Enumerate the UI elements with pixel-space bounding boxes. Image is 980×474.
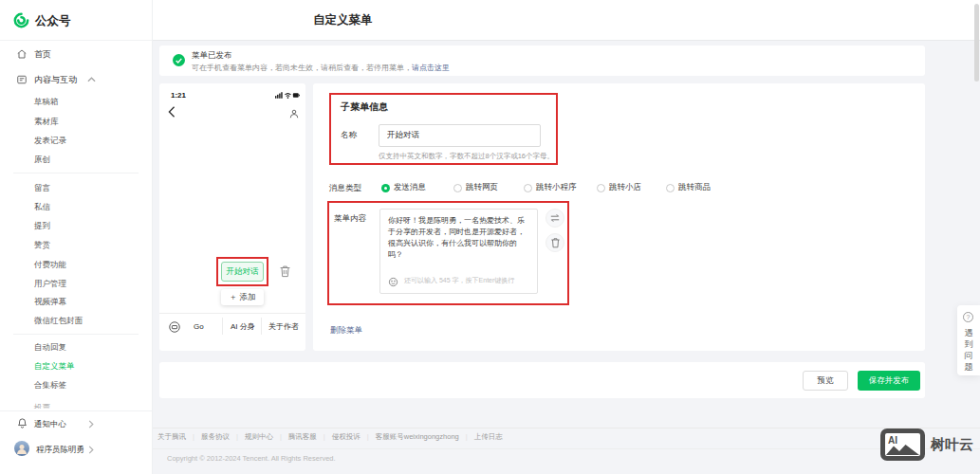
sidebar-item-paid-features[interactable]: 付费功能 bbox=[0, 255, 152, 274]
footer-divider bbox=[152, 428, 980, 428]
sidebar-item-home[interactable]: 首页 bbox=[0, 45, 152, 64]
sidebar-item-drafts[interactable]: 草稿箱 bbox=[0, 92, 152, 111]
footer-link-terms[interactable]: 服务协议 bbox=[201, 432, 245, 441]
chevron-right-icon bbox=[88, 446, 94, 454]
radio-jump-product[interactable] bbox=[666, 184, 675, 192]
radio-label-jump-store[interactable]: 跳转小店 bbox=[609, 182, 641, 193]
banner-title: 菜单已发布 bbox=[192, 50, 232, 62]
bell-icon bbox=[16, 417, 28, 429]
sidebar-item-publish-records[interactable]: 发表记录 bbox=[0, 131, 152, 150]
watermark-brand-name: 树叶云 bbox=[931, 436, 973, 454]
radio-send-message[interactable] bbox=[381, 184, 390, 192]
action-bar: 预览 保存并发布 bbox=[159, 362, 925, 398]
profile-person-icon[interactable] bbox=[288, 108, 300, 119]
sidebar: 公众号 首页 内容与互动 草稿箱 素材库 发表记录 原创 留言 bbox=[0, 0, 153, 474]
sidebar-item-vote-clipped[interactable]: 投票 bbox=[0, 398, 152, 409]
brand-name: 公众号 bbox=[35, 13, 71, 29]
save-publish-button[interactable]: 保存并发布 bbox=[858, 371, 920, 391]
sidebar-item-original[interactable]: 原创 bbox=[0, 150, 152, 169]
radio-jump-miniprogram[interactable] bbox=[524, 184, 532, 192]
name-label: 名称 bbox=[341, 130, 357, 141]
add-menu-button[interactable]: ＋ 添加 bbox=[221, 289, 264, 305]
watermark: AI 树叶云 bbox=[880, 428, 973, 461]
sidebar-item-assets[interactable]: 素材库 bbox=[0, 112, 152, 131]
message-type-label: 消息类型 bbox=[329, 183, 361, 194]
help-feedback-tab[interactable]: ? 遇到问题 bbox=[957, 305, 980, 375]
swap-arrows-icon bbox=[549, 212, 561, 224]
trash-icon[interactable] bbox=[279, 264, 291, 278]
phone-menu-divider bbox=[159, 313, 305, 314]
phone-tab-go[interactable]: Go bbox=[194, 320, 204, 334]
menu-content-label: 菜单内容 bbox=[334, 213, 366, 225]
sidebar-item-collection-tags[interactable]: 合集标签 bbox=[0, 375, 152, 394]
chevron-right-icon bbox=[88, 420, 94, 428]
sidebar-item-mentions[interactable]: 提到 bbox=[0, 216, 152, 235]
official-account-logo-icon bbox=[13, 12, 29, 28]
banner-desc: 可在手机查看菜单内容，若尚未生效，请稍后查看，若停用菜单，请点击这里 bbox=[192, 63, 450, 73]
sidebar-item-account[interactable]: 程序员陈明勇 bbox=[0, 440, 152, 459]
sidebar-item-notification-center[interactable]: 通知中心 bbox=[0, 414, 152, 433]
footer-link-support[interactable]: 腾讯客服 bbox=[288, 432, 332, 441]
trash-icon bbox=[550, 237, 561, 248]
home-icon bbox=[16, 48, 28, 60]
sidebar-group-content-interaction[interactable]: 内容与互动 bbox=[0, 70, 152, 89]
chevron-up-icon bbox=[87, 77, 96, 82]
phone-preview: 1:21 开始对话 ＋ 添加 Go AI 分身 关于作者 bbox=[159, 83, 305, 351]
sidebar-item-comments[interactable]: 留言 bbox=[0, 178, 152, 197]
phone-tab-separator bbox=[261, 318, 262, 335]
sidebar-divider bbox=[13, 173, 139, 173]
help-tab-label: 遇到问题 bbox=[964, 327, 973, 373]
sidebar-item-auto-reply[interactable]: 自动回复 bbox=[0, 337, 152, 356]
preview-button[interactable]: 预览 bbox=[803, 371, 848, 391]
radio-label-jump-webpage[interactable]: 跳转网页 bbox=[466, 182, 498, 193]
phone-tab-ai[interactable]: AI 分身 bbox=[231, 320, 255, 334]
sidebar-item-red-packet-cover[interactable]: 微信红包封面 bbox=[0, 311, 152, 330]
menu-content-textarea[interactable]: 你好呀！我是陈明勇，一名热爱技术、乐于分享的开发者，同时也是开源爱好者，很高兴认… bbox=[379, 209, 538, 294]
phone-status-icons bbox=[275, 91, 300, 100]
radio-label-jump-miniprogram[interactable]: 跳转小程序 bbox=[536, 182, 577, 193]
sidebar-item-custom-menu[interactable]: 自定义菜单 bbox=[0, 356, 152, 375]
swap-content-button[interactable] bbox=[545, 209, 564, 228]
avatar bbox=[14, 441, 29, 456]
sidebar-divider bbox=[0, 410, 152, 411]
sidebar-item-private-messages[interactable]: 私信 bbox=[0, 197, 152, 216]
menu-name-input[interactable] bbox=[379, 124, 541, 147]
footer-divider bbox=[152, 448, 980, 449]
footer-link-rules[interactable]: 规则中心 bbox=[245, 432, 288, 441]
footer-link-service-account[interactable]: 客服账号weixingongzhong bbox=[376, 432, 474, 441]
question-mark-icon: ? bbox=[963, 312, 973, 322]
back-arrow-icon[interactable] bbox=[167, 106, 176, 118]
radio-jump-webpage[interactable] bbox=[453, 184, 462, 192]
phone-time: 1:21 bbox=[171, 91, 186, 100]
page-title: 自定义菜单 bbox=[313, 12, 373, 28]
radio-label-jump-product[interactable]: 跳转商品 bbox=[678, 182, 711, 193]
sidebar-item-reward[interactable]: 赞赏 bbox=[0, 235, 152, 254]
topbar: 自定义菜单 菜单管理 bbox=[152, 0, 980, 41]
menu-editor-panel: 子菜单信息 名称 仅支持中英文和数字，字数不超过8个汉字或16个字母。 消息类型… bbox=[313, 83, 925, 351]
brand-logo-row: 公众号 bbox=[0, 0, 152, 41]
phone-tab-about[interactable]: 关于作者 bbox=[268, 320, 299, 334]
svg-text:AI: AI bbox=[888, 435, 897, 446]
menu-content-text: 你好呀！我是陈明勇，一名热爱技术、乐于分享的开发者，同时也是开源爱好者，很高兴认… bbox=[388, 215, 530, 261]
footer-links: 关于腾讯服务协议规则中心腾讯客服侵权投诉客服账号weixingongzhong上… bbox=[157, 432, 503, 442]
delete-content-button[interactable] bbox=[545, 233, 564, 252]
check-circle-icon bbox=[173, 54, 185, 66]
delete-menu-link[interactable]: 删除菜单 bbox=[330, 325, 362, 337]
copyright-text: Copyright © 2012-2024 Tencent. All Right… bbox=[167, 454, 336, 463]
menu-button-start-chat[interactable]: 开始对话 bbox=[221, 262, 264, 282]
char-counter: 还可以输入 545 字，按下Enter键换行 bbox=[404, 276, 514, 285]
banner-link[interactable]: 请点击这里 bbox=[412, 64, 450, 72]
keyboard-icon[interactable] bbox=[168, 320, 181, 334]
emoji-icon[interactable] bbox=[388, 277, 398, 287]
name-hint: 仅支持中英文和数字，字数不超过8个汉字或16个字母。 bbox=[379, 152, 554, 161]
plus-icon: ＋ bbox=[230, 292, 238, 301]
content-icon bbox=[16, 74, 28, 85]
radio-jump-store[interactable] bbox=[597, 184, 605, 192]
sidebar-item-user-management[interactable]: 用户管理 bbox=[0, 274, 152, 293]
radio-label-send-message[interactable]: 发送消息 bbox=[394, 182, 426, 193]
footer-link-upload-log[interactable]: 上传日志 bbox=[474, 432, 503, 441]
footer-link-complaint[interactable]: 侵权投诉 bbox=[332, 432, 376, 441]
scrollbar-thumb[interactable] bbox=[974, 4, 979, 82]
sidebar-item-video-danmu[interactable]: 视频弹幕 bbox=[0, 292, 152, 311]
footer-link-about[interactable]: 关于腾讯 bbox=[157, 432, 201, 441]
